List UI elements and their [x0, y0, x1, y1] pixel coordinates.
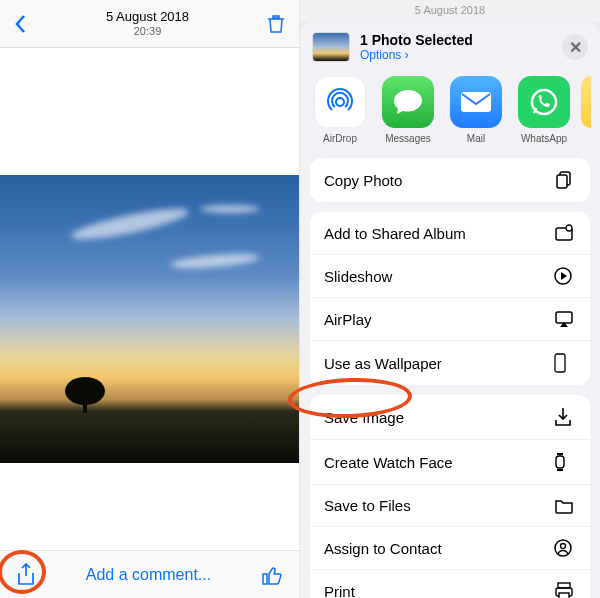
- header-bar: 5 August 2018 20:39: [0, 0, 299, 48]
- contact-icon: [554, 539, 576, 557]
- sheet-options-link[interactable]: Options ›: [360, 48, 562, 62]
- action-slideshow[interactable]: Slideshow: [310, 255, 590, 298]
- like-icon[interactable]: [261, 564, 283, 586]
- action-assign-contact[interactable]: Assign to Contact: [310, 527, 590, 570]
- share-icon[interactable]: [16, 563, 36, 587]
- back-icon[interactable]: [14, 14, 28, 34]
- delete-icon[interactable]: [267, 14, 285, 34]
- action-print[interactable]: Print: [310, 570, 590, 598]
- svg-rect-11: [555, 354, 565, 372]
- action-watch-face[interactable]: Create Watch Face: [310, 440, 590, 485]
- download-icon: [554, 407, 576, 427]
- bottom-toolbar: Add a comment...: [0, 550, 299, 598]
- add-comment-link[interactable]: Add a comment...: [86, 566, 211, 584]
- svg-rect-17: [558, 583, 570, 588]
- svg-rect-13: [557, 453, 563, 455]
- share-apps-row: AirDrop Messages Mail WhatsApp: [300, 70, 600, 158]
- photo-image: [0, 175, 299, 463]
- header-time: 20:39: [106, 25, 189, 38]
- action-copy-photo[interactable]: Copy Photo: [310, 158, 590, 202]
- shared-album-icon: [554, 224, 576, 242]
- svg-point-2: [336, 98, 344, 106]
- app-messages[interactable]: Messages: [377, 76, 439, 144]
- app-airdrop[interactable]: AirDrop: [309, 76, 371, 144]
- sheet-title: 1 Photo Selected: [360, 32, 562, 48]
- airplay-icon: [554, 310, 576, 328]
- close-icon[interactable]: ✕: [562, 34, 588, 60]
- airdrop-icon: [314, 76, 366, 128]
- svg-point-1: [65, 377, 105, 405]
- svg-rect-14: [557, 469, 563, 471]
- svg-rect-6: [557, 175, 567, 188]
- whatsapp-icon: [518, 76, 570, 128]
- action-save-files[interactable]: Save to Files: [310, 485, 590, 527]
- svg-rect-12: [556, 456, 564, 468]
- folder-icon: [554, 498, 576, 514]
- print-icon: [554, 582, 576, 598]
- svg-rect-19: [559, 593, 569, 598]
- dim-header-date: 5 August 2018: [300, 0, 600, 22]
- action-save-image[interactable]: Save Image: [310, 395, 590, 440]
- action-wallpaper[interactable]: Use as Wallpaper: [310, 341, 590, 385]
- sheet-header: 1 Photo Selected Options › ✕: [300, 22, 600, 70]
- sheet-thumbnail: [312, 32, 350, 62]
- app-overflow-peek[interactable]: [581, 76, 591, 128]
- svg-rect-3: [461, 92, 491, 112]
- app-mail[interactable]: Mail: [445, 76, 507, 144]
- action-airplay[interactable]: AirPlay: [310, 298, 590, 341]
- header-date: 5 August 2018: [106, 10, 189, 25]
- action-shared-album[interactable]: Add to Shared Album: [310, 212, 590, 255]
- svg-point-8: [566, 225, 572, 231]
- share-sheet-screen: 5 August 2018 1 Photo Selected Options ›…: [300, 0, 600, 598]
- header-title: 5 August 2018 20:39: [106, 10, 189, 38]
- share-sheet: 1 Photo Selected Options › ✕ AirDrop Mes…: [300, 22, 600, 598]
- svg-rect-10: [556, 312, 572, 323]
- app-whatsapp[interactable]: WhatsApp: [513, 76, 575, 144]
- wallpaper-icon: [554, 353, 576, 373]
- photo-canvas[interactable]: [0, 48, 299, 550]
- copy-icon: [554, 170, 576, 190]
- actions-list: Copy Photo Add to Shared Album Slideshow…: [300, 158, 600, 598]
- svg-point-16: [561, 544, 566, 549]
- photo-viewer-screen: 5 August 2018 20:39 Add a comment...: [0, 0, 300, 598]
- slideshow-icon: [554, 267, 576, 285]
- messages-icon: [382, 76, 434, 128]
- watch-icon: [554, 452, 576, 472]
- mail-icon: [450, 76, 502, 128]
